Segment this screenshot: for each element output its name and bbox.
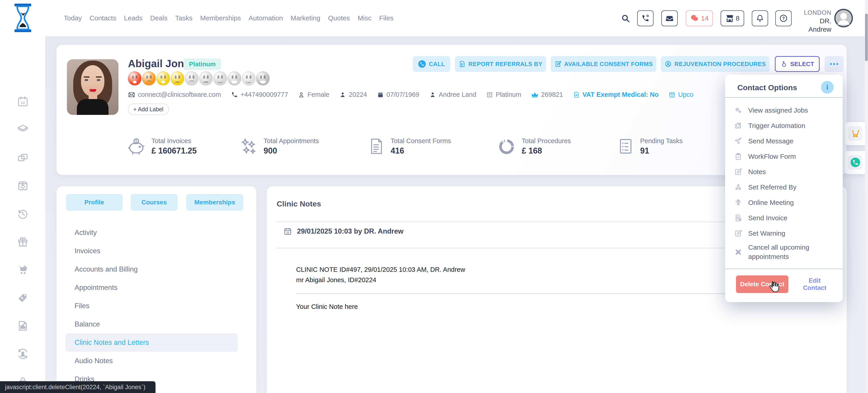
satisfaction-face-9[interactable] [242, 71, 255, 86]
calendar-12-icon[interactable]: 12 [17, 95, 29, 108]
nav-misc[interactable]: Misc [358, 14, 372, 22]
shopping-bag-icon[interactable] [17, 180, 29, 192]
inbox-button[interactable] [661, 10, 678, 26]
sidebar-item-accounts-billing[interactable]: Accounts and Billing [66, 260, 238, 278]
nav-files[interactable]: Files [379, 14, 394, 22]
location-label: LONDON [795, 9, 831, 17]
add-label-button[interactable]: + Add Label [128, 103, 169, 115]
menu-item-notes[interactable]: Notes [734, 168, 838, 176]
nav-tasks[interactable]: Tasks [175, 14, 193, 22]
nav-today[interactable]: Today [64, 14, 82, 22]
contact-address: Andree Land [429, 91, 476, 98]
satisfaction-face-4[interactable] [170, 71, 184, 86]
contact-photo [67, 59, 119, 115]
stat-total-invoices: $ Total Invoices£ 160671.25 [127, 137, 197, 156]
chat-bubbles-icon [690, 14, 699, 23]
report-icon [458, 60, 466, 68]
edit-contact-button[interactable]: Edit Contact [797, 275, 833, 293]
nav-quotes[interactable]: Quotes [328, 14, 350, 22]
messages-count: 14 [701, 14, 708, 22]
nav-memberships[interactable]: Memberships [200, 14, 241, 22]
menu-item-send-invoice[interactable]: Send Invoice [734, 214, 838, 222]
puzzle-icon [734, 122, 742, 130]
note-edit-icon [734, 229, 742, 237]
menu-item-workflow-form[interactable]: WorkFlow Form [734, 152, 838, 160]
nav-marketing[interactable]: Marketing [290, 14, 320, 22]
satisfaction-face-5[interactable] [185, 71, 198, 86]
person-sync-icon[interactable] [17, 348, 29, 360]
more-options-button[interactable] [825, 56, 844, 72]
menu-item-set-referred-by[interactable]: Set Referred By [734, 183, 838, 191]
copy-windows-icon[interactable] [17, 151, 29, 164]
notifications-button[interactable] [752, 10, 768, 26]
search-icon[interactable] [621, 14, 630, 24]
contact-upcoming[interactable]: 12 Upco [669, 91, 693, 98]
satisfaction-face-10[interactable] [256, 71, 270, 86]
sparkles-icon [239, 137, 258, 156]
gift-icon[interactable] [17, 236, 29, 248]
cart-icon[interactable] [17, 264, 29, 276]
menu-item-view-assigned-jobs[interactable]: View assigned Jobs [734, 106, 838, 114]
scrollbar-track[interactable] [865, 0, 868, 393]
sidebar-item-files[interactable]: Files [66, 297, 238, 315]
store-button[interactable]: 8 [721, 10, 744, 26]
user-name: DR. Andrew [795, 17, 831, 34]
menu-item-trigger-automation[interactable]: Trigger Automation [734, 122, 838, 130]
archive-icon [486, 91, 493, 98]
report-chart-icon[interactable] [17, 320, 29, 332]
satisfaction-face-3[interactable] [156, 71, 170, 86]
note-line-2: mr Abigail Jones, ID#20224 [296, 276, 376, 284]
satisfaction-face-8[interactable] [228, 71, 241, 86]
nav-leads[interactable]: Leads [124, 14, 143, 22]
cart-fab-button[interactable] [848, 126, 863, 141]
package-icon[interactable] [17, 123, 29, 136]
tab-courses[interactable]: Courses [131, 194, 178, 211]
stat-pending-tasks: Pending Tasks91 [617, 137, 683, 156]
call-icon [418, 60, 426, 68]
satisfaction-face-1[interactable] [128, 71, 142, 86]
sidebar-item-appointments[interactable]: Appointments [66, 278, 238, 297]
tab-profile[interactable]: Profile [66, 194, 123, 211]
price-tag-icon[interactable]: $ [17, 292, 29, 304]
consent-forms-button[interactable]: AVAILABLE CONSENT FORMS [551, 56, 656, 72]
rejuvenation-procedures-button[interactable]: REJUVENATION PROCEDURES [661, 56, 770, 72]
help-button[interactable]: ? [775, 10, 792, 26]
nav-deals[interactable]: Deals [150, 14, 167, 22]
satisfaction-face-6[interactable] [199, 71, 213, 86]
contact-vat-exempt[interactable]: VAT Exempt Medical: No [573, 91, 659, 98]
top-bar: Today Contacts Leads Deals Tasks Members… [0, 0, 868, 36]
sidebar-item-clinic-notes[interactable]: Clinic Notes and Letters [66, 333, 238, 352]
messages-button[interactable]: 14 [686, 10, 713, 26]
menu-item-online-meeting[interactable]: Online Meeting [734, 199, 838, 207]
menu-divider [725, 269, 843, 269]
menu-item-send-message[interactable]: Send Message [734, 137, 838, 145]
info-icon[interactable]: i [821, 81, 834, 94]
nav-contacts[interactable]: Contacts [90, 14, 116, 22]
report-referrals-button[interactable]: REPORT REFERRALS BY [455, 56, 546, 72]
tab-memberships[interactable]: Memberships [186, 194, 243, 211]
calendar-12-icon: 12 [669, 91, 675, 98]
app-logo-hourglass-icon[interactable] [13, 4, 33, 33]
scrollbar-thumb[interactable] [865, 13, 868, 61]
menu-item-cancel-appointments[interactable]: Cancel all upcoming appointments [734, 243, 838, 261]
phone-icon [231, 91, 238, 98]
select-button[interactable]: SELECT [775, 56, 819, 72]
contact-id: 20224 [339, 91, 367, 98]
call-button[interactable]: CALL [413, 56, 450, 72]
sidebar-item-balance[interactable]: Balance [66, 315, 238, 333]
phone-calls-button[interactable] [637, 10, 653, 26]
person-outline-icon [298, 91, 305, 98]
sidebar-item-activity[interactable]: Activity [66, 223, 238, 242]
user-avatar[interactable] [834, 8, 853, 29]
satisfaction-face-7[interactable] [213, 71, 227, 86]
nav-automation[interactable]: Automation [249, 14, 283, 22]
sidebar-item-invoices[interactable]: Invoices [66, 242, 238, 260]
sidebar-item-audio-notes[interactable]: Audio Notes [66, 352, 238, 370]
delete-contact-button[interactable]: Delete Contact [736, 275, 788, 293]
satisfaction-face-2[interactable] [142, 71, 156, 86]
menu-item-set-warning[interactable]: Set Warning [734, 229, 838, 237]
note-entry-header[interactable]: 12 29/01/2025 10:03 by DR. Andrew [283, 227, 403, 236]
history-icon[interactable] [17, 208, 29, 220]
user-info[interactable]: LONDON DR. Andrew [795, 9, 831, 34]
call-fab-button[interactable] [848, 155, 863, 170]
